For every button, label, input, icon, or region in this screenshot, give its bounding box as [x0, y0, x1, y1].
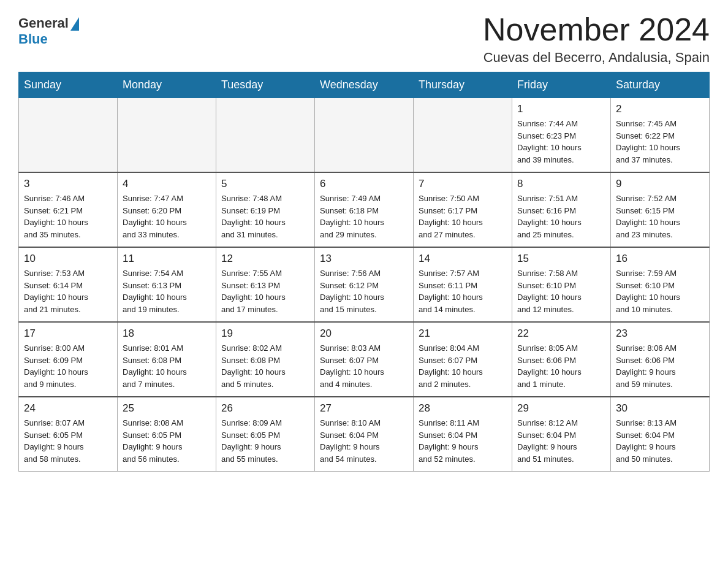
day-info: Sunrise: 7:55 AM Sunset: 6:13 PM Dayligh… [221, 267, 309, 315]
calendar-cell [19, 98, 118, 173]
day-number: 12 [221, 253, 309, 265]
day-info: Sunrise: 7:59 AM Sunset: 6:10 PM Dayligh… [616, 267, 704, 315]
day-info: Sunrise: 7:46 AM Sunset: 6:21 PM Dayligh… [24, 193, 112, 240]
day-number: 7 [419, 178, 507, 190]
day-number: 11 [123, 253, 211, 265]
day-info: Sunrise: 8:00 AM Sunset: 6:09 PM Dayligh… [24, 342, 112, 390]
day-info: Sunrise: 8:08 AM Sunset: 6:05 PM Dayligh… [123, 417, 211, 465]
day-info: Sunrise: 8:12 AM Sunset: 6:04 PM Dayligh… [517, 417, 605, 465]
day-number: 26 [221, 402, 309, 415]
calendar-cell: 14Sunrise: 7:57 AM Sunset: 6:11 PM Dayli… [414, 247, 512, 322]
weekday-header-monday: Monday [118, 72, 216, 98]
day-info: Sunrise: 7:51 AM Sunset: 6:16 PM Dayligh… [517, 193, 605, 240]
day-number: 21 [419, 327, 507, 340]
calendar-cell: 27Sunrise: 8:10 AM Sunset: 6:04 PM Dayli… [315, 397, 414, 472]
day-number: 16 [616, 253, 704, 265]
day-number: 1 [517, 103, 605, 115]
day-number: 13 [320, 253, 408, 265]
day-number: 27 [320, 402, 408, 415]
day-info: Sunrise: 8:03 AM Sunset: 6:07 PM Dayligh… [320, 342, 408, 390]
calendar-cell: 10Sunrise: 7:53 AM Sunset: 6:14 PM Dayli… [19, 247, 118, 322]
calendar-cell: 20Sunrise: 8:03 AM Sunset: 6:07 PM Dayli… [315, 322, 414, 397]
day-info: Sunrise: 8:04 AM Sunset: 6:07 PM Dayligh… [419, 342, 507, 390]
logo-general-text: General [18, 15, 69, 31]
calendar-cell: 22Sunrise: 8:05 AM Sunset: 6:06 PM Dayli… [512, 322, 611, 397]
calendar-cell: 6Sunrise: 7:49 AM Sunset: 6:18 PM Daylig… [315, 172, 414, 247]
weekday-header-sunday: Sunday [19, 72, 118, 98]
calendar-cell: 19Sunrise: 8:02 AM Sunset: 6:08 PM Dayli… [216, 322, 315, 397]
day-info: Sunrise: 7:48 AM Sunset: 6:19 PM Dayligh… [221, 193, 309, 240]
weekday-header-tuesday: Tuesday [216, 72, 315, 98]
day-info: Sunrise: 7:56 AM Sunset: 6:12 PM Dayligh… [320, 267, 408, 315]
calendar-cell: 3Sunrise: 7:46 AM Sunset: 6:21 PM Daylig… [19, 172, 118, 247]
calendar-cell: 15Sunrise: 7:58 AM Sunset: 6:10 PM Dayli… [512, 247, 611, 322]
logo-triangle-icon [70, 17, 79, 31]
day-number: 24 [24, 402, 112, 415]
calendar-cell: 24Sunrise: 8:07 AM Sunset: 6:05 PM Dayli… [19, 397, 118, 472]
page-header: General Blue November 2024 Cuevas del Be… [18, 12, 710, 66]
day-number: 3 [24, 178, 112, 190]
day-number: 9 [616, 178, 704, 190]
logo: General Blue [18, 15, 79, 47]
calendar-cell: 2Sunrise: 7:45 AM Sunset: 6:22 PM Daylig… [611, 98, 710, 173]
day-number: 25 [123, 402, 211, 415]
day-number: 22 [517, 327, 605, 340]
day-number: 6 [320, 178, 408, 190]
logo-blue-text: Blue [18, 31, 48, 47]
calendar-cell: 1Sunrise: 7:44 AM Sunset: 6:23 PM Daylig… [512, 98, 611, 173]
day-number: 2 [616, 103, 704, 115]
day-info: Sunrise: 8:11 AM Sunset: 6:04 PM Dayligh… [419, 417, 507, 465]
day-number: 14 [419, 253, 507, 265]
logo-general: General [18, 15, 79, 31]
day-info: Sunrise: 7:52 AM Sunset: 6:15 PM Dayligh… [616, 193, 704, 240]
day-number: 18 [123, 327, 211, 340]
location-subtitle: Cuevas del Becerro, Andalusia, Spain [483, 50, 710, 66]
calendar-cell: 12Sunrise: 7:55 AM Sunset: 6:13 PM Dayli… [216, 247, 315, 322]
month-year-title: November 2024 [483, 12, 710, 47]
weekday-header-thursday: Thursday [414, 72, 512, 98]
day-info: Sunrise: 8:05 AM Sunset: 6:06 PM Dayligh… [517, 342, 605, 390]
calendar-cell: 13Sunrise: 7:56 AM Sunset: 6:12 PM Dayli… [315, 247, 414, 322]
day-info: Sunrise: 8:09 AM Sunset: 6:05 PM Dayligh… [221, 417, 309, 465]
day-info: Sunrise: 7:58 AM Sunset: 6:10 PM Dayligh… [517, 267, 605, 315]
title-area: November 2024 Cuevas del Becerro, Andalu… [483, 12, 710, 66]
calendar-cell: 23Sunrise: 8:06 AM Sunset: 6:06 PM Dayli… [611, 322, 710, 397]
calendar-cell: 5Sunrise: 7:48 AM Sunset: 6:19 PM Daylig… [216, 172, 315, 247]
day-info: Sunrise: 8:07 AM Sunset: 6:05 PM Dayligh… [24, 417, 112, 465]
day-info: Sunrise: 7:53 AM Sunset: 6:14 PM Dayligh… [24, 267, 112, 315]
calendar-cell: 17Sunrise: 8:00 AM Sunset: 6:09 PM Dayli… [19, 322, 118, 397]
day-number: 30 [616, 402, 704, 415]
day-number: 29 [517, 402, 605, 415]
day-info: Sunrise: 7:47 AM Sunset: 6:20 PM Dayligh… [123, 193, 211, 240]
day-number: 19 [221, 327, 309, 340]
day-number: 20 [320, 327, 408, 340]
day-number: 23 [616, 327, 704, 340]
calendar-cell: 11Sunrise: 7:54 AM Sunset: 6:13 PM Dayli… [118, 247, 216, 322]
calendar-cell: 21Sunrise: 8:04 AM Sunset: 6:07 PM Dayli… [414, 322, 512, 397]
calendar-cell: 9Sunrise: 7:52 AM Sunset: 6:15 PM Daylig… [611, 172, 710, 247]
calendar-cell: 8Sunrise: 7:51 AM Sunset: 6:16 PM Daylig… [512, 172, 611, 247]
day-info: Sunrise: 8:01 AM Sunset: 6:08 PM Dayligh… [123, 342, 211, 390]
calendar-cell: 16Sunrise: 7:59 AM Sunset: 6:10 PM Dayli… [611, 247, 710, 322]
day-number: 10 [24, 253, 112, 265]
calendar-week-2: 3Sunrise: 7:46 AM Sunset: 6:21 PM Daylig… [19, 172, 710, 247]
calendar-cell [315, 98, 414, 173]
calendar-header-row: SundayMondayTuesdayWednesdayThursdayFrid… [19, 72, 710, 98]
day-number: 15 [517, 253, 605, 265]
calendar-cell: 28Sunrise: 8:11 AM Sunset: 6:04 PM Dayli… [414, 397, 512, 472]
day-number: 8 [517, 178, 605, 190]
calendar-cell [216, 98, 315, 173]
day-number: 4 [123, 178, 211, 190]
calendar-cell: 30Sunrise: 8:13 AM Sunset: 6:04 PM Dayli… [611, 397, 710, 472]
day-info: Sunrise: 7:57 AM Sunset: 6:11 PM Dayligh… [419, 267, 507, 315]
day-info: Sunrise: 8:13 AM Sunset: 6:04 PM Dayligh… [616, 417, 704, 465]
day-info: Sunrise: 8:10 AM Sunset: 6:04 PM Dayligh… [320, 417, 408, 465]
calendar-cell: 18Sunrise: 8:01 AM Sunset: 6:08 PM Dayli… [118, 322, 216, 397]
day-number: 5 [221, 178, 309, 190]
calendar-cell: 25Sunrise: 8:08 AM Sunset: 6:05 PM Dayli… [118, 397, 216, 472]
day-number: 28 [419, 402, 507, 415]
calendar-week-5: 24Sunrise: 8:07 AM Sunset: 6:05 PM Dayli… [19, 397, 710, 472]
day-number: 17 [24, 327, 112, 340]
day-info: Sunrise: 8:06 AM Sunset: 6:06 PM Dayligh… [616, 342, 704, 390]
calendar-week-1: 1Sunrise: 7:44 AM Sunset: 6:23 PM Daylig… [19, 98, 710, 173]
